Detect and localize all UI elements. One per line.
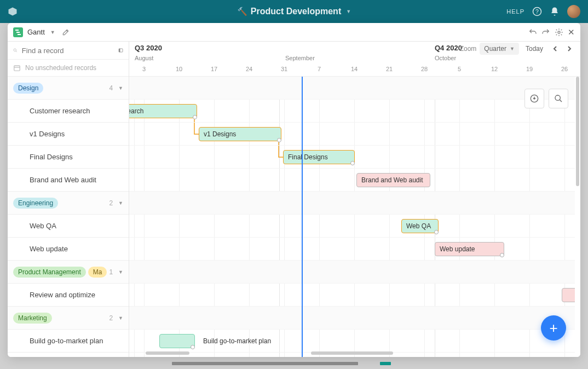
gantt-bar[interactable]: omer research [129,104,197,118]
task-row[interactable]: Review and optimize [8,284,129,307]
svg-rect-4 [18,34,21,35]
workspace-name: Product Development [251,7,341,16]
workspace-title[interactable]: 🔨 Product Development ▼ [237,7,351,16]
gantt-bar[interactable]: Web update [435,242,504,256]
unscheduled-row[interactable]: No unscheduled records [8,60,129,77]
day-label: 14 [351,66,358,72]
group-row-design[interactable]: Design 4▼ [8,77,129,100]
task-row[interactable]: Marketing campaign 1 [8,353,129,357]
day-label: 28 [421,66,428,72]
gear-icon[interactable] [555,28,563,37]
task-label: Review and optimize [30,291,95,299]
gantt-view-icon [13,27,23,37]
day-label: 3 [142,66,146,72]
quarter-label-q3: Q3 2020 [135,44,162,52]
today-line [302,77,303,357]
today-button[interactable]: Today [522,43,546,55]
zoom-select[interactable]: Quarter ▼ [480,43,519,55]
group-row-engineering[interactable]: Engineering 2▼ [8,192,129,215]
day-label: 12 [491,66,498,72]
day-label: 7 [318,66,321,72]
help-icon[interactable]: ? [532,7,542,16]
bar-label: Build go-to-market plan [203,337,271,345]
svg-rect-3 [16,32,20,33]
group-row-marketing[interactable]: Marketing 2▼ [8,307,129,330]
vertical-scrollbar[interactable] [576,77,579,186]
task-label: v1 Designs [30,130,65,138]
panel-body: No unscheduled records Design 4▼ Custome… [8,42,580,357]
group-pill: Engineering [13,198,58,209]
chevron-down-icon: ▼ [510,46,515,51]
view-name[interactable]: Gantt [27,28,45,36]
bar-label: v1 Designs [204,130,236,138]
task-row[interactable]: Final Designs [8,146,129,169]
search-button[interactable] [549,89,568,108]
svg-text:?: ? [535,8,539,15]
svg-point-13 [555,95,560,100]
task-row[interactable]: v1 Designs [8,123,129,146]
edit-icon[interactable] [62,28,70,36]
next-arrow-icon[interactable] [564,43,575,54]
task-row[interactable]: Web update [8,238,129,261]
gantt-bar[interactable]: Brand and Web audit [356,173,430,187]
app-logo-icon [8,7,18,16]
search-row [8,42,129,60]
task-row[interactable]: Web QA [8,215,129,238]
bar-label: omer research [129,107,143,115]
group-count: 2 [109,199,113,207]
bell-icon[interactable] [550,7,560,16]
gantt-bar[interactable] [562,288,575,302]
task-row[interactable]: Build go-to-market plan [8,330,129,353]
chevron-down-icon: ▼ [118,85,123,91]
svg-point-5 [558,31,560,33]
float-controls [524,89,568,108]
download-button[interactable] [524,89,544,108]
bottom-bar [8,358,580,369]
task-row[interactable]: Brand and Web audit [8,169,129,192]
month-label: October [435,55,456,61]
undo-icon[interactable] [528,28,537,37]
day-label: 24 [246,66,252,72]
gantt-bar[interactable]: Web QA [401,219,439,233]
day-labels: 3 10 17 24 31 7 14 21 28 5 12 19 26 [129,66,580,74]
task-label: Customer research [30,107,90,115]
rows-list: Design 4▼ Customer research v1 Designs F… [8,77,129,357]
task-label: Final Designs [30,153,73,161]
close-icon[interactable]: ✕ [568,27,575,37]
timeline: Q3 2020 Q4 2020 Zoom Quarter ▼ Today [129,42,580,357]
task-row[interactable]: Customer research [8,100,129,123]
chart-rows: omer research v1 Designs Final Designs B… [129,77,575,357]
help-link[interactable]: HELP [506,8,524,15]
group-pill-extra: Ma [88,267,107,278]
calendar-icon [13,64,21,72]
redo-icon[interactable] [541,28,550,37]
svg-point-6 [14,49,16,51]
zoom-value: Quarter [484,45,506,53]
group-count: 4 [109,84,113,92]
search-input[interactable] [22,47,114,55]
collapse-sidebar-icon[interactable] [118,47,123,54]
chart-area[interactable]: omer research v1 Designs Final Designs B… [129,77,575,357]
chevron-down-icon: ▼ [118,315,123,321]
horizontal-scrollbar[interactable] [311,351,393,355]
chevron-down-icon: ▼ [118,200,123,206]
gantt-bar[interactable]: v1 Designs [199,127,281,141]
group-count: 1 [109,268,113,276]
timeline-header: Q3 2020 Q4 2020 Zoom Quarter ▼ Today [129,42,580,77]
avatar[interactable] [567,5,580,18]
group-row-pm[interactable]: Product Management Ma 1▼ [8,261,129,284]
svg-rect-10 [14,66,20,71]
gantt-bar[interactable] [159,334,195,348]
bar-label: Final Designs [288,153,328,161]
header-right: HELP ? [506,5,580,18]
prev-arrow-icon[interactable] [550,43,561,54]
day-label: 21 [386,66,393,72]
month-label: August [135,55,153,61]
gantt-bar[interactable]: Final Designs [283,150,355,164]
add-button[interactable]: + [541,315,566,341]
svg-rect-2 [15,30,19,31]
svg-line-7 [16,51,17,52]
month-label: September [285,55,315,61]
chevron-down-icon[interactable]: ▼ [50,30,55,35]
horizontal-scrollbar-left[interactable] [146,351,189,355]
